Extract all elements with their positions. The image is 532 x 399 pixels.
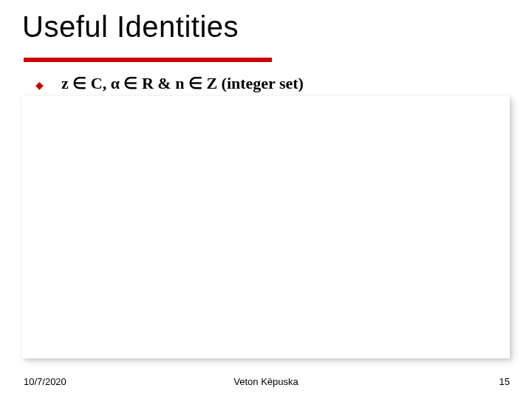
footer-page-number: 15: [499, 376, 510, 387]
title-underline: [24, 58, 272, 62]
bullet-text: z ∈ C, α ∈ R & n ∈ Z (integer set): [61, 74, 304, 93]
bullet-row: ◆ z ∈ C, α ∈ R & n ∈ Z (integer set): [35, 74, 304, 93]
slide-title: Useful Identities: [22, 10, 239, 44]
diamond-bullet-icon: ◆: [35, 80, 44, 90]
footer-author: Veton Këpuska: [0, 376, 532, 387]
slide: Useful Identities ◆ z ∈ C, α ∈ R & n ∈ Z…: [0, 0, 532, 399]
content-box: [22, 96, 510, 358]
